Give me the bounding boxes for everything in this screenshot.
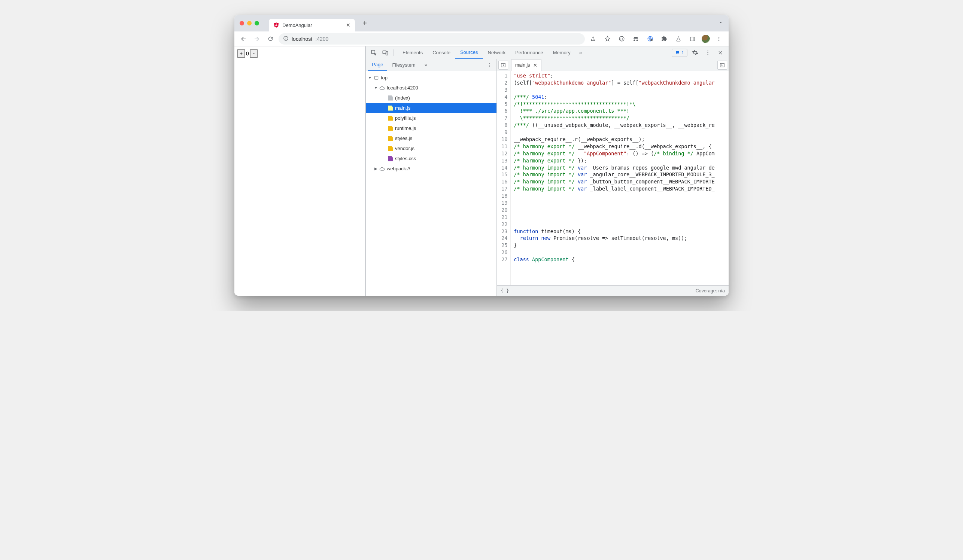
extension-globe-icon[interactable] [645, 34, 655, 44]
tree-file[interactable]: styles.css [366, 154, 496, 163]
tree-file[interactable]: polyfills.js [366, 113, 496, 123]
editor-statusbar: { } Coverage: n/a [497, 285, 729, 296]
close-window-button[interactable] [240, 21, 244, 26]
device-toolbar-icon[interactable] [380, 47, 391, 58]
nav-tab-filesystem[interactable]: Filesystem [388, 59, 419, 71]
bookmark-star-icon[interactable] [602, 34, 613, 44]
forward-button[interactable] [251, 34, 262, 44]
tab-memory[interactable]: Memory [548, 47, 576, 59]
toolbar-right [588, 34, 725, 44]
cloud-icon [379, 85, 385, 91]
js-file-icon [387, 125, 394, 131]
issues-badge[interactable]: 1 [672, 49, 687, 57]
maximize-window-button[interactable] [255, 21, 259, 26]
close-tab-icon[interactable]: ✕ [346, 22, 350, 28]
profile-avatar[interactable] [702, 35, 710, 43]
pretty-print-icon[interactable]: { } [501, 288, 509, 293]
reload-button[interactable] [265, 34, 276, 44]
increment-button[interactable]: + [237, 49, 245, 58]
tree-file-label: polyfills.js [395, 115, 416, 121]
svg-point-17 [707, 52, 708, 53]
css-file-icon [387, 156, 394, 162]
svg-point-18 [707, 54, 708, 55]
editor-tab-mainjs[interactable]: main.js ✕ [511, 59, 541, 71]
settings-gear-icon[interactable] [690, 47, 700, 58]
url-host: localhost [292, 36, 312, 42]
url-port: :4200 [315, 36, 328, 42]
tree-label: top [381, 75, 387, 81]
js-file-icon [387, 115, 394, 121]
extensions-puzzle-icon[interactable] [659, 34, 670, 44]
labs-flask-icon[interactable] [673, 34, 684, 44]
incognito-icon[interactable] [631, 34, 641, 44]
tab-console[interactable]: Console [428, 47, 455, 59]
tree-origin[interactable]: ▼ localhost:4200 [366, 83, 496, 93]
issues-count: 1 [681, 50, 684, 55]
sidepanel-icon[interactable] [687, 34, 698, 44]
tree-webpack[interactable]: ▶ webpack:// [366, 163, 496, 174]
nav-tab-page[interactable]: Page [368, 59, 387, 71]
tree-file[interactable]: runtime.js [366, 123, 496, 133]
tab-elements[interactable]: Elements [398, 47, 428, 59]
rendered-page: + 0 - [234, 47, 365, 296]
svg-point-21 [489, 66, 490, 67]
inspect-element-icon[interactable] [369, 47, 379, 58]
editor-tab-label: main.js [515, 63, 530, 68]
svg-rect-1 [286, 38, 286, 39]
tree-file[interactable]: styles.js [366, 133, 496, 143]
line-gutter: 1234567891011121314151617181920212223242… [497, 71, 511, 285]
tab-network[interactable]: Network [483, 47, 511, 59]
tabstrip-dropdown-icon[interactable] [718, 20, 729, 27]
back-button[interactable] [238, 34, 249, 44]
file-tree[interactable]: ▼ top ▼ localhost:4200 (index)main.jspol… [366, 71, 496, 296]
devtools-panel: Elements Console Sources Network Perform… [365, 47, 729, 296]
svg-point-7 [650, 39, 653, 41]
svg-point-11 [718, 38, 719, 39]
more-tabs-icon[interactable]: » [576, 47, 586, 58]
new-tab-button[interactable]: + [360, 18, 370, 28]
extension-face-icon[interactable] [616, 34, 627, 44]
source-editor: main.js ✕ 123456789101112131415161718192… [497, 59, 729, 296]
browser-tab[interactable]: DemoAngular ✕ [269, 19, 355, 31]
toggle-navigator-icon[interactable] [498, 61, 508, 70]
svg-point-12 [718, 40, 719, 41]
tree-file[interactable]: vendor.js [366, 143, 496, 154]
svg-point-3 [619, 36, 624, 41]
tree-file-label: main.js [395, 105, 410, 111]
tree-file[interactable]: main.js [366, 103, 496, 113]
tree-top-frame[interactable]: ▼ top [366, 73, 496, 83]
share-icon[interactable] [588, 34, 598, 44]
close-devtools-icon[interactable] [715, 47, 726, 58]
svg-point-4 [620, 38, 621, 39]
site-info-icon[interactable] [283, 36, 289, 42]
tabstrip: DemoAngular ✕ + [234, 15, 729, 31]
svg-point-16 [707, 50, 708, 51]
content-area: + 0 - Elements Console [234, 47, 729, 296]
devtools-body: Page Filesystem » ▼ top [366, 59, 729, 296]
tree-file-label: styles.js [395, 136, 412, 141]
editor-tabstrip: main.js ✕ [497, 59, 729, 71]
nav-more-tabs-icon[interactable]: » [421, 60, 431, 70]
tree-label: localhost:4200 [387, 85, 418, 91]
code-lines: "use strict";(self["webpackChunkdemo_ang… [511, 71, 729, 285]
svg-rect-22 [374, 76, 378, 79]
chrome-menu-icon[interactable] [713, 34, 724, 44]
svg-point-5 [622, 38, 623, 39]
tab-performance[interactable]: Performance [510, 47, 548, 59]
address-bar: localhost:4200 [234, 31, 729, 47]
tab-sources[interactable]: Sources [455, 47, 483, 59]
tree-file[interactable]: (index) [366, 93, 496, 103]
code-viewport[interactable]: 1234567891011121314151617181920212223242… [497, 71, 729, 285]
devtools-menu-icon[interactable] [702, 47, 713, 58]
close-editor-tab-icon[interactable]: ✕ [533, 63, 537, 68]
toggle-debugger-icon[interactable] [717, 61, 727, 70]
omnibox[interactable]: localhost:4200 [279, 33, 585, 45]
decrement-button[interactable]: - [250, 49, 258, 58]
svg-point-10 [718, 37, 719, 37]
tab-title: DemoAngular [282, 23, 312, 28]
svg-point-19 [489, 63, 490, 64]
tree-file-label: styles.css [395, 156, 416, 161]
angular-favicon-icon [273, 22, 279, 28]
navigator-menu-icon[interactable] [485, 60, 494, 70]
minimize-window-button[interactable] [247, 21, 251, 26]
